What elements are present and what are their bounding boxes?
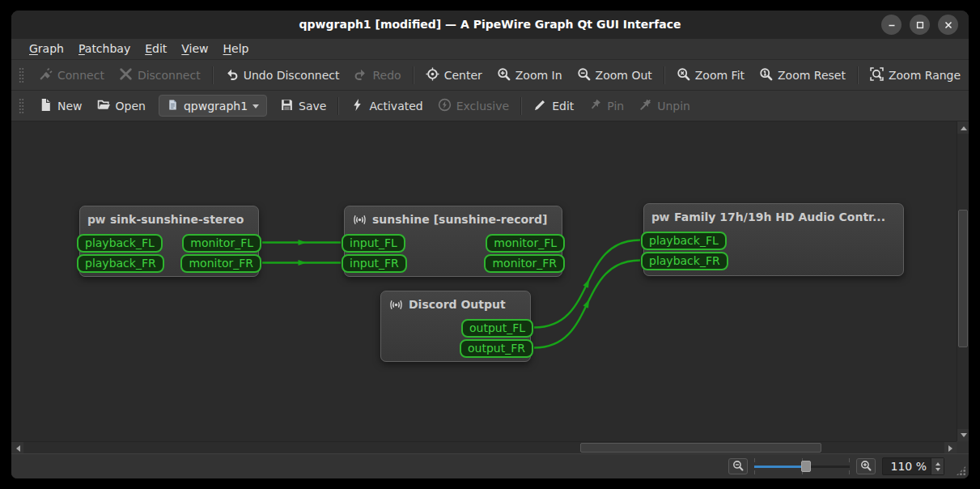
undo-disconnect-button[interactable]: Undo Disconnect (218, 63, 347, 87)
toolbar-separator (212, 66, 214, 84)
spinbox-steppers[interactable] (931, 458, 944, 474)
scroll-down-button[interactable] (957, 429, 969, 441)
port-monitor_FL[interactable]: monitor_FL (182, 234, 261, 253)
save-icon (280, 98, 294, 114)
zoom-range-icon (870, 67, 884, 83)
zoom-range-label: Zoom Range (889, 69, 961, 82)
zoom-reset-button[interactable]: Zoom Reset (752, 63, 853, 87)
activated-button[interactable]: Activated (343, 94, 430, 118)
arrow-right-icon (948, 445, 956, 452)
port-monitor_FR[interactable]: monitor_FR (484, 254, 565, 273)
patchbay-file-icon (167, 99, 179, 113)
minimize-button[interactable] (881, 15, 902, 35)
maximize-button[interactable] (910, 15, 930, 35)
menu-graph[interactable]: Graph (22, 39, 71, 59)
pin-icon (588, 98, 602, 114)
port-playback_FL[interactable]: playback_FL (77, 234, 163, 253)
toolbar-separator (857, 66, 859, 84)
window-title: qpwgraph1 [modified] — A PipeWire Graph … (11, 11, 969, 39)
scroll-left-button[interactable] (11, 442, 23, 454)
port-input_FL[interactable]: input_FL (342, 234, 405, 253)
zoom-in-icon (860, 459, 872, 474)
title-bar: qpwgraph1 [modified] — A PipeWire Graph … (11, 11, 969, 39)
pin-label: Pin (607, 100, 624, 113)
center-button[interactable]: Center (418, 63, 490, 87)
node-title: sink-sunshine-stereo (110, 213, 244, 226)
center-label: Center (444, 69, 482, 82)
activated-label: Activated (369, 100, 422, 113)
zoom-slider-handle[interactable] (801, 461, 811, 472)
zoom-slider-fill (754, 466, 807, 468)
node-header: pwsink-sunshine-stereo (80, 206, 258, 227)
port-output_FR[interactable]: output_FR (460, 339, 533, 358)
port-monitor_FL[interactable]: monitor_FL (486, 234, 565, 253)
save-button[interactable]: Save (273, 94, 333, 118)
menu-edit[interactable]: Edit (138, 39, 174, 59)
node-title: sunshine [sunshine-record] (372, 213, 547, 226)
zoom-out-button[interactable]: Zoom Out (570, 63, 660, 87)
exclusive-button[interactable]: Exclusive (431, 94, 516, 118)
open-button[interactable]: Open (90, 94, 153, 118)
redo-button[interactable]: Redo (346, 63, 408, 87)
toolbar-separator (413, 66, 414, 84)
zoom-out-label: Zoom Out (596, 69, 652, 82)
node-title: Discord Output (409, 298, 506, 311)
scroll-right-button[interactable] (944, 442, 957, 454)
edit-label: Edit (552, 100, 574, 113)
menu-view[interactable]: View (174, 39, 215, 59)
port-playback_FR[interactable]: playback_FR (641, 252, 728, 270)
patchbay-combobox[interactable]: qpwgraph1 (159, 95, 267, 117)
port-input_FR[interactable]: input_FR (342, 254, 407, 273)
zoom-range-button[interactable]: Zoom Range (863, 63, 968, 87)
connect-button[interactable]: Connect (32, 63, 112, 87)
zoom-percent-spinbox[interactable]: 110 % (882, 457, 944, 475)
zoom-in-icon (497, 67, 511, 83)
zoom-fit-button[interactable]: Zoom Fit (669, 63, 752, 87)
media-node-icon (388, 299, 404, 311)
arrow-left-icon (13, 445, 20, 452)
close-button[interactable] (938, 15, 958, 35)
redo-icon (354, 67, 367, 83)
disconnect-button[interactable]: Disconnect (112, 63, 208, 87)
menu-patchbay[interactable]: Patchbay (71, 39, 138, 59)
unpin-button[interactable]: Unpin (631, 94, 698, 118)
horizontal-scrollbar[interactable] (11, 441, 957, 453)
horizontal-scroll-thumb[interactable] (580, 443, 821, 453)
window-resize-grip[interactable] (956, 466, 966, 476)
node-header: pwFamily 17h/19h HD Audio Contr... (644, 204, 903, 225)
toolbar-grip[interactable] (19, 98, 24, 114)
vertical-scroll-thumb[interactable] (958, 210, 968, 347)
statusbar-zoom-in-button[interactable] (856, 458, 876, 474)
zoom-slider[interactable] (754, 458, 850, 474)
zoom-in-button[interactable]: Zoom In (490, 63, 570, 87)
pin-button[interactable]: Pin (581, 94, 631, 118)
spin-up-icon (935, 460, 940, 466)
graph-node[interactable]: Discord Outputoutput_FLoutput_FR (380, 291, 531, 362)
vertical-scrollbar[interactable] (957, 121, 969, 441)
connection-arrow-icon (583, 279, 590, 288)
graph-viewport[interactable]: pwsink-sunshine-stereoplayback_FLplaybac… (11, 121, 957, 441)
exclusive-label: Exclusive (456, 100, 509, 113)
connection-arrow-icon (583, 300, 590, 308)
node-title: Family 17h/19h HD Audio Contr... (674, 210, 885, 223)
menu-help[interactable]: Help (216, 39, 257, 59)
port-output_FL[interactable]: output_FL (461, 319, 533, 338)
statusbar-zoom-out-button[interactable] (728, 458, 748, 474)
activated-bolt-icon (350, 98, 364, 114)
scroll-up-button[interactable] (957, 121, 969, 134)
connection-arrow-icon (299, 240, 307, 245)
port-playback_FL[interactable]: playback_FL (641, 232, 727, 250)
edit-button[interactable]: Edit (526, 94, 581, 118)
port-playback_FR[interactable]: playback_FR (77, 254, 164, 273)
toolbar-separator (664, 66, 665, 84)
exclusive-icon (438, 98, 452, 114)
new-button[interactable]: New (32, 94, 90, 118)
connect-label: Connect (57, 69, 104, 82)
graph-node[interactable]: pwFamily 17h/19h HD Audio Contr...playba… (643, 203, 904, 276)
redo-label: Redo (372, 69, 401, 82)
edit-pencil-icon (533, 98, 547, 114)
port-monitor_FR[interactable]: monitor_FR (180, 254, 261, 273)
toolbar-grip[interactable] (19, 67, 24, 83)
graph-node[interactable]: sunshine [sunshine-record]input_FLinput_… (344, 206, 562, 277)
graph-node[interactable]: pwsink-sunshine-stereoplayback_FLplaybac… (79, 206, 259, 277)
